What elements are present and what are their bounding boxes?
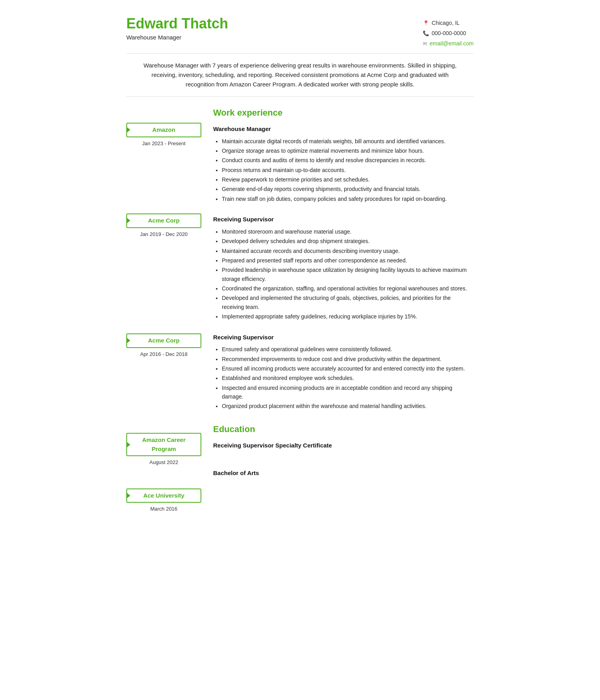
edu-entry-ace: Bachelor of Arts [213, 469, 474, 478]
bullet: Developed and implemented the structurin… [222, 294, 474, 311]
spacer-2 [126, 250, 201, 333]
email-icon: ✉ [423, 40, 427, 48]
bullet: Monitored storeroom and warehouse materi… [222, 227, 474, 236]
email-item: ✉ email@email.com [423, 39, 474, 48]
phone-icon: 📞 [423, 30, 429, 37]
company-box-acme2: Acme Corp [126, 333, 201, 348]
bullet: Review paperwork to determine priorities… [222, 175, 474, 184]
work-experience-title: Work experience [213, 106, 474, 119]
bullet: Ensured safety and operational guideline… [222, 345, 474, 354]
spacer-edu [126, 370, 201, 421]
company-name-ace: Ace University [143, 492, 184, 499]
company-name-amazon-edu: Amazon Career Program [142, 436, 186, 452]
job-entry-amazon: Warehouse Manager Maintain accurate digi… [213, 125, 474, 203]
company-date-acme1: Jan 2019 - Dec 2020 [126, 230, 201, 238]
email-link[interactable]: email@email.com [430, 39, 474, 48]
job-title-acme2: Receiving Supervisor [213, 333, 474, 342]
phone-text: 000-000-0000 [432, 29, 466, 37]
summary-divider [126, 96, 474, 97]
bullet: Process returns and maintain up-to-date … [222, 166, 474, 174]
header-divider [126, 53, 474, 54]
education-section: Education Receiving Supervisor Specialty… [213, 423, 474, 478]
resume-container: Edward Thatch Warehouse Manager 📍 Chicag… [107, 0, 493, 548]
company-block-amazon: Amazon Jan 2023 - Present [126, 123, 201, 147]
education-title: Education [213, 423, 474, 436]
company-date-amazon: Jan 2023 - Present [126, 140, 201, 148]
bullet: Conduct counts and audits of items to id… [222, 156, 474, 165]
bullet: Recommended improvements to reduce cost … [222, 355, 474, 363]
edu-entry-amazon: Receiving Supervisor Specialty Certifica… [213, 441, 474, 450]
job-entry-acme2: Receiving Supervisor Ensured safety and … [213, 333, 474, 411]
bullet: Inspected and ensured incoming products … [222, 384, 474, 401]
candidate-title: Warehouse Manager [126, 33, 228, 42]
job-entry-acme1: Receiving Supervisor Monitored storeroom… [213, 215, 474, 321]
bullet: Provided leadership in warehouse space u… [222, 266, 474, 283]
header-left: Edward Thatch Warehouse Manager [126, 16, 228, 42]
job-bullets-amazon: Maintain accurate digital records of mat… [213, 137, 474, 204]
company-block-acme2: Acme Corp Apr 2016 - Dec 2018 [126, 333, 201, 358]
spacer-1 [126, 159, 201, 213]
company-block-amazon-edu: Amazon Career Program August 2022 [126, 433, 201, 466]
location-item: 📍 Chicago, IL [423, 19, 474, 27]
summary-text: Warehouse Manager with 7 years of experi… [138, 61, 462, 89]
summary-section: Warehouse Manager with 7 years of experi… [126, 61, 474, 89]
location-text: Chicago, IL [432, 19, 460, 27]
left-spacer-work [126, 106, 201, 122]
company-box-amazon: Amazon [126, 123, 201, 137]
company-box-acme1: Acme Corp [126, 213, 201, 228]
job-title-acme1: Receiving Supervisor [213, 215, 474, 224]
company-date-amazon-edu: August 2022 [126, 459, 201, 466]
bullet: Train new staff on job duties, company p… [222, 195, 474, 203]
company-name-acme2: Acme Corp [148, 337, 180, 344]
bullet: Maintained accurate records and document… [222, 247, 474, 255]
spacer-edu2 [126, 478, 201, 489]
header-right: 📍 Chicago, IL 📞 000-000-0000 ✉ email@ema… [423, 19, 474, 48]
company-date-ace: March 2016 [126, 505, 201, 513]
company-box-amazon-edu: Amazon Career Program [126, 433, 201, 456]
right-column: Work experience Warehouse Manager Mainta… [213, 106, 474, 525]
bullet: Established and monitored employee work … [222, 374, 474, 382]
company-name-amazon: Amazon [152, 126, 175, 133]
header: Edward Thatch Warehouse Manager 📍 Chicag… [126, 16, 474, 48]
bullet: Prepared and presented staff reports and… [222, 256, 474, 265]
bullet: Organized product placement within the w… [222, 402, 474, 410]
bullet: Implemented appropriate safety guideline… [222, 312, 474, 321]
company-name-acme1: Acme Corp [148, 217, 180, 224]
company-block-ace: Ace University March 2016 [126, 489, 201, 513]
company-box-ace: Ace University [126, 489, 201, 503]
bullet: Generate end-of-day reports covering shi… [222, 185, 474, 193]
candidate-name: Edward Thatch [126, 16, 228, 32]
job-bullets-acme2: Ensured safety and operational guideline… [213, 345, 474, 411]
job-bullets-acme1: Monitored storeroom and warehouse materi… [213, 227, 474, 321]
bullet: Ensured all incoming products were accur… [222, 364, 474, 373]
company-date-acme2: Apr 2016 - Dec 2018 [126, 350, 201, 358]
bullet: Developed delivery schedules and drop sh… [222, 237, 474, 245]
left-column: Amazon Jan 2023 - Present Acme Corp Jan … [126, 106, 213, 525]
location-icon: 📍 [423, 19, 429, 27]
edu-degree-ace: Bachelor of Arts [213, 469, 474, 478]
edu-degree-amazon: Receiving Supervisor Specialty Certifica… [213, 441, 474, 450]
main-content: Amazon Jan 2023 - Present Acme Corp Jan … [126, 106, 474, 525]
bullet: Organize storage areas to optimize mater… [222, 146, 474, 155]
job-title-amazon: Warehouse Manager [213, 125, 474, 134]
phone-item: 📞 000-000-0000 [423, 29, 474, 37]
bullet: Coordinated the organization, staffing, … [222, 284, 474, 293]
edu-section-title-spacer [126, 421, 201, 433]
bullet: Maintain accurate digital records of mat… [222, 137, 474, 146]
company-block-acme1: Acme Corp Jan 2019 - Dec 2020 [126, 213, 201, 238]
